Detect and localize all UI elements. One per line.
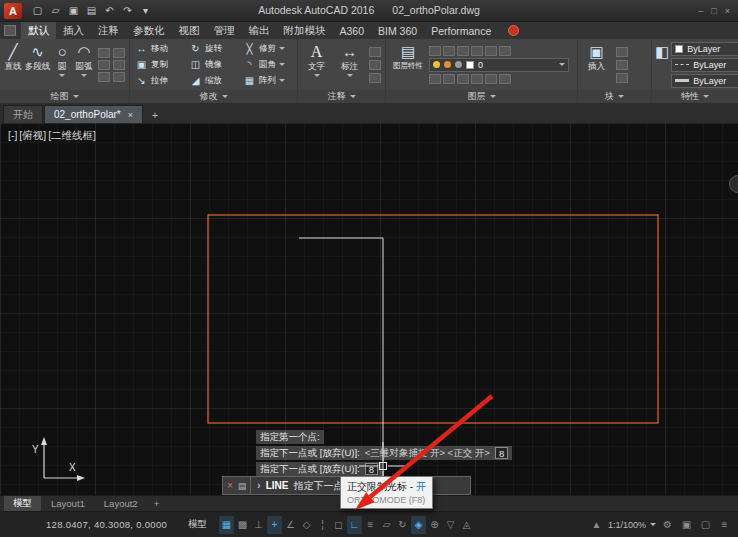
object-snap-tracking-toggle[interactable]: ¦ — [315, 516, 330, 534]
workspace-gear-icon[interactable]: ⚙ — [660, 516, 675, 534]
ribbon-tab-performance[interactable]: Performance — [424, 22, 498, 39]
ortho-toggle[interactable]: ∟ — [347, 516, 362, 534]
object-snap-toggle[interactable]: ◻ — [331, 516, 346, 534]
maximize-button[interactable]: □ — [711, 6, 716, 16]
block-define-icon[interactable] — [616, 73, 628, 83]
ribbon-tab-a360[interactable]: A360 — [333, 22, 372, 39]
qat-dropdown-icon[interactable]: ▾ — [138, 3, 153, 18]
ribbon-tab-bim360[interactable]: BIM 360 — [371, 22, 424, 39]
plot-icon[interactable]: ▤ — [84, 3, 99, 18]
stretch-button[interactable]: ↘拉伸 — [133, 73, 187, 88]
app-logo[interactable]: A — [4, 3, 22, 19]
line-tool-button[interactable]: ╱ 直线 — [3, 41, 23, 88]
selection-filter-toggle[interactable]: ▽ — [443, 516, 458, 534]
red-dot-icon[interactable] — [508, 25, 519, 36]
layer-lock-icon[interactable] — [471, 46, 483, 56]
panel-annotate-footer[interactable]: 注释 — [298, 90, 385, 103]
new-tab-button[interactable]: + — [147, 107, 163, 123]
transparency-toggle[interactable]: ▱ — [379, 516, 394, 534]
annotation-scale-value[interactable]: 1:1/100% — [608, 520, 646, 530]
annotation-visibility-icon[interactable]: ▲ — [589, 516, 604, 534]
text-tool-button[interactable]: A 文字 — [301, 41, 332, 88]
gizmo-toggle[interactable]: ◬ — [459, 516, 474, 534]
osnap-3d-toggle[interactable]: ◈ — [411, 516, 426, 534]
command-menu-icon[interactable]: ▤ — [238, 481, 247, 491]
ribbon-tab-output[interactable]: 输出 — [242, 22, 277, 39]
polyline-tool-button[interactable]: ∿ 多段线 — [25, 41, 51, 88]
infer-constraints-toggle[interactable]: ⊥ — [251, 516, 266, 534]
layer-off-icon[interactable] — [429, 46, 441, 56]
ribbon-tab-addins[interactable]: 附加模块 — [277, 22, 333, 39]
block-edit-icon[interactable] — [616, 47, 628, 57]
table-icon[interactable] — [369, 60, 381, 70]
leader-icon[interactable] — [369, 47, 381, 57]
dimension-tool-button[interactable]: ↔ 标注 — [334, 41, 365, 88]
save-icon[interactable]: ▣ — [66, 3, 81, 18]
layer-fade-icon[interactable] — [499, 74, 511, 84]
ribbon-tab-view[interactable]: 视图 — [172, 22, 207, 39]
rotate-button[interactable]: ↻旋转 — [187, 41, 241, 56]
linetype-dropdown[interactable]: ByLayer — [671, 58, 738, 72]
drawn-rectangle[interactable] — [208, 215, 658, 423]
layer-walk-icon[interactable] — [429, 74, 441, 84]
close-button[interactable]: × — [725, 6, 730, 16]
panel-draw-footer[interactable]: 绘图 — [0, 90, 129, 103]
spline-icon[interactable] — [113, 60, 125, 70]
arc-tool-button[interactable]: ◠ 圆弧 — [74, 41, 94, 88]
panel-properties-footer[interactable]: 特性 — [652, 90, 738, 103]
ribbon-tab-annotate[interactable]: 注释 — [91, 22, 126, 39]
view-control[interactable]: [俯视] — [19, 129, 46, 143]
dim-style-icon[interactable] — [369, 73, 381, 83]
panel-layers-footer[interactable]: 图层 — [386, 90, 577, 103]
panel-modify-footer[interactable]: 修改 — [130, 90, 297, 103]
lineweight-dropdown[interactable]: ByLayer — [671, 74, 738, 88]
layer-unisolate-icon[interactable] — [499, 46, 511, 56]
layout2-tab[interactable]: Layout2 — [95, 496, 147, 512]
rectangle-icon[interactable] — [98, 48, 110, 58]
panel-block-footer[interactable]: 块 — [578, 90, 651, 103]
circle-tool-button[interactable]: ○ 圆 — [52, 41, 72, 88]
block-attr-icon[interactable] — [616, 60, 628, 70]
viewport-menu-control[interactable]: [-] — [8, 129, 17, 143]
customize-icon[interactable]: ≡ — [717, 516, 732, 534]
layer-previous-icon[interactable] — [457, 74, 469, 84]
new-file-icon[interactable]: ▢ — [30, 3, 45, 18]
snap-toggle[interactable]: ▩ — [235, 516, 250, 534]
model-space-badge[interactable]: 模型 — [188, 518, 207, 531]
command-close-icon[interactable]: × — [227, 480, 233, 491]
file-tab-start[interactable]: 开始 — [3, 105, 43, 123]
lineweight-toggle[interactable]: ≡ — [363, 516, 378, 534]
copy-button[interactable]: ▣复制 — [133, 57, 187, 72]
redo-icon[interactable]: ↷ — [120, 3, 135, 18]
ribbon-tab-parametric[interactable]: 参数化 — [126, 22, 172, 39]
workspace-icon[interactable] — [4, 25, 16, 36]
array-button[interactable]: ▦阵列 — [241, 73, 295, 88]
insert-block-button[interactable]: ▣ 插入 — [581, 41, 612, 88]
minimize-button[interactable]: – — [698, 6, 703, 16]
layer-delete-icon[interactable] — [485, 74, 497, 84]
selection-cycling-toggle[interactable]: ↻ — [395, 516, 410, 534]
ribbon-tab-home[interactable]: 默认 — [21, 22, 56, 39]
isometric-toggle[interactable]: ◇ — [299, 516, 314, 534]
dynamic-input-toggle[interactable]: + — [267, 516, 282, 534]
scale-button[interactable]: ◢缩放 — [187, 73, 241, 88]
new-layout-button[interactable]: + — [148, 498, 166, 509]
file-tab-close-icon[interactable]: × — [128, 110, 133, 120]
annotation-monitor-icon[interactable]: ▣ — [679, 516, 694, 534]
layer-match-icon[interactable] — [485, 46, 497, 56]
revcloud-icon[interactable] — [98, 72, 110, 82]
ellipse-icon[interactable] — [113, 48, 125, 58]
drawing-canvas[interactable]: [-] [俯视] [二维线框] Y X — [0, 123, 738, 495]
open-folder-icon[interactable]: ▱ — [48, 3, 63, 18]
layer-dropdown[interactable]: 0 — [429, 58, 569, 72]
model-tab[interactable]: 模型 — [4, 496, 41, 512]
mirror-button[interactable]: ◫镜像 — [187, 57, 241, 72]
grid-toggle[interactable]: ▦ — [219, 516, 234, 534]
layer-merge-icon[interactable] — [471, 74, 483, 84]
move-button[interactable]: ↔移动 — [133, 41, 187, 56]
ribbon-tab-manage[interactable]: 管理 — [207, 22, 242, 39]
hatch-icon[interactable] — [98, 60, 110, 70]
fillet-button[interactable]: ◝圆角 — [241, 57, 295, 72]
layer-freeze-icon[interactable] — [457, 46, 469, 56]
clean-screen-icon[interactable]: ▢ — [698, 516, 713, 534]
